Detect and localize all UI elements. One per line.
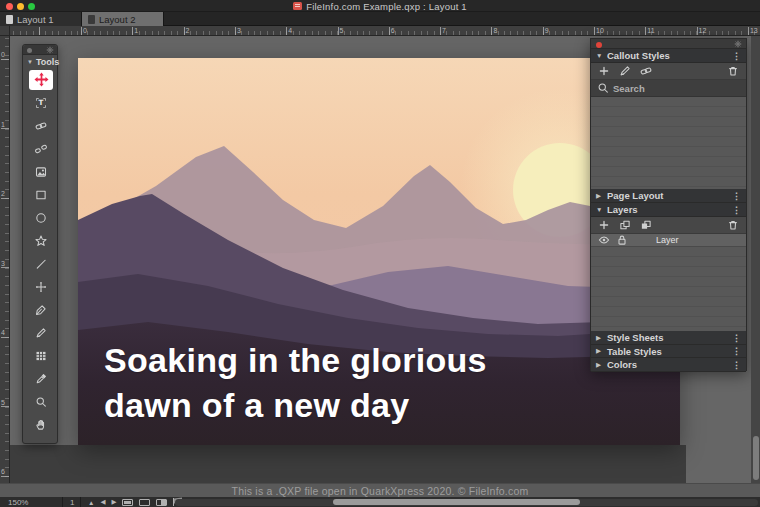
callout-styles-header[interactable]: ▼ Callout Styles ⋮ (591, 49, 746, 63)
callout-styles-toolbar (591, 63, 746, 80)
palette-menu-icon[interactable]: ⋮ (732, 360, 741, 370)
tab-layout-1[interactable]: Layout 1 (0, 12, 82, 26)
view-mode-spread-icon[interactable] (139, 499, 150, 506)
layers-toolbar (591, 217, 746, 234)
disclosure-triangle-icon: ▶ (596, 192, 603, 200)
vertical-ruler: 0123456 (0, 36, 10, 483)
table-styles-header[interactable]: ▶ Table Styles ⋮ (591, 345, 746, 358)
page-shadow (10, 445, 686, 483)
page-icon (88, 15, 95, 24)
add-callout-style-button[interactable] (598, 65, 610, 77)
oval-box-tool[interactable] (23, 206, 59, 229)
starburst-tool[interactable] (23, 229, 59, 252)
view-mode-split-icon[interactable] (156, 499, 167, 506)
disclosure-triangle-icon: ▶ (596, 334, 603, 342)
picture-content-tool[interactable] (23, 160, 59, 183)
layer-lock-icon[interactable] (616, 234, 628, 246)
title-bar: FileInfo.com Example.qxp : Layout 1 (0, 0, 760, 12)
disclosure-triangle-icon[interactable]: ▼ (27, 59, 33, 65)
document-icon (293, 2, 302, 10)
pan-tool[interactable] (23, 413, 59, 436)
vertical-scrollbar[interactable] (751, 36, 760, 483)
palette-group: ▼ Callout Styles ⋮ ▶ Page Layout ⋮ ▼ Lay… (590, 38, 747, 371)
palette-menu-icon[interactable]: ⋮ (732, 51, 741, 61)
app-window: FileInfo.com Example.qxp : Layout 1 Layo… (0, 0, 760, 507)
previous-page-button[interactable]: ◀ (100, 498, 105, 506)
svg-text:T: T (39, 98, 44, 107)
horizontal-ruler: 012345678910111213 (0, 26, 760, 36)
disclosure-triangle-icon: ▼ (596, 206, 603, 213)
layout-tab-bar: Layout 1 Layout 2 (0, 12, 760, 26)
table-tool[interactable] (23, 344, 59, 367)
ruler-corner (0, 26, 10, 36)
search-input[interactable] (613, 83, 723, 94)
point-selection-tool[interactable] (23, 275, 59, 298)
text-linking-tool[interactable] (23, 114, 59, 137)
search-icon (597, 82, 609, 94)
freehand-tool[interactable] (23, 321, 59, 344)
gear-icon[interactable] (46, 46, 54, 54)
palette-close-button[interactable] (27, 48, 32, 53)
view-mode-page-icon[interactable] (122, 499, 133, 506)
page-layout-header[interactable]: ▶ Page Layout ⋮ (591, 189, 746, 203)
duplicate-layer-icon[interactable] (619, 219, 631, 231)
layer-row[interactable]: Layer (591, 234, 746, 247)
link-icon[interactable] (640, 65, 652, 77)
headline-text[interactable]: Soaking in the glorious dawn of a new da… (104, 338, 487, 428)
tools-palette: ▼ Tools T (22, 44, 58, 444)
delete-layer-button[interactable] (727, 219, 739, 231)
layer-visibility-icon[interactable] (598, 234, 610, 246)
layers-header[interactable]: ▼ Layers ⋮ (591, 203, 746, 217)
palette-close-button[interactable] (596, 42, 602, 48)
page-number-field[interactable]: 1 (70, 497, 74, 507)
eyedropper-tool[interactable] (23, 367, 59, 390)
colors-header[interactable]: ▶ Colors ⋮ (591, 358, 746, 372)
rectangle-box-tool[interactable] (23, 183, 59, 206)
info-text: This is a .QXP file open in QuarkXpress … (232, 485, 529, 497)
add-layer-button[interactable] (598, 219, 610, 231)
page-up-button[interactable]: ▲ (88, 499, 94, 506)
disclosure-triangle-icon: ▼ (596, 52, 603, 59)
text-unlinking-tool[interactable] (23, 137, 59, 160)
disclosure-triangle-icon: ▶ (596, 347, 603, 355)
callout-styles-search (591, 80, 746, 97)
disclosure-triangle-icon: ▶ (596, 361, 603, 369)
line-tool[interactable] (23, 252, 59, 275)
merge-layer-icon[interactable] (640, 219, 652, 231)
page-icon (6, 15, 13, 24)
status-bar: 150% 1 ▲ ◀ ▶ (0, 497, 760, 507)
horizontal-scrollbar[interactable] (175, 499, 758, 506)
tab-layout-2[interactable]: Layout 2 (82, 12, 164, 26)
horizontal-scrollbar-thumb[interactable] (333, 499, 580, 505)
tools-palette-header[interactable] (23, 45, 57, 55)
tools-palette-title: Tools (36, 57, 59, 67)
palette-menu-icon[interactable]: ⋮ (732, 346, 741, 356)
delete-callout-style-button[interactable] (727, 65, 739, 77)
zoom-level-field[interactable]: 150% (8, 497, 28, 507)
text-content-tool[interactable]: T (23, 91, 59, 114)
gear-icon[interactable] (734, 40, 742, 48)
edit-callout-style-button[interactable] (619, 65, 631, 77)
layers-list[interactable] (591, 247, 746, 331)
style-sheets-header[interactable]: ▶ Style Sheets ⋮ (591, 331, 746, 345)
bezier-pen-tool[interactable] (23, 298, 59, 321)
next-page-button[interactable]: ▶ (111, 498, 116, 506)
callout-styles-list[interactable] (591, 97, 746, 189)
item-tool[interactable] (23, 68, 59, 91)
zoom-tool[interactable] (23, 390, 59, 413)
palette-menu-icon[interactable]: ⋮ (732, 191, 741, 201)
window-title: FileInfo.com Example.qxp : Layout 1 (306, 1, 467, 12)
palette-group-header (591, 39, 746, 49)
palette-menu-icon[interactable]: ⋮ (732, 205, 741, 215)
vertical-scrollbar-thumb[interactable] (753, 436, 759, 480)
palette-menu-icon[interactable]: ⋮ (732, 333, 741, 343)
info-bar: This is a .QXP file open in QuarkXpress … (0, 483, 760, 497)
